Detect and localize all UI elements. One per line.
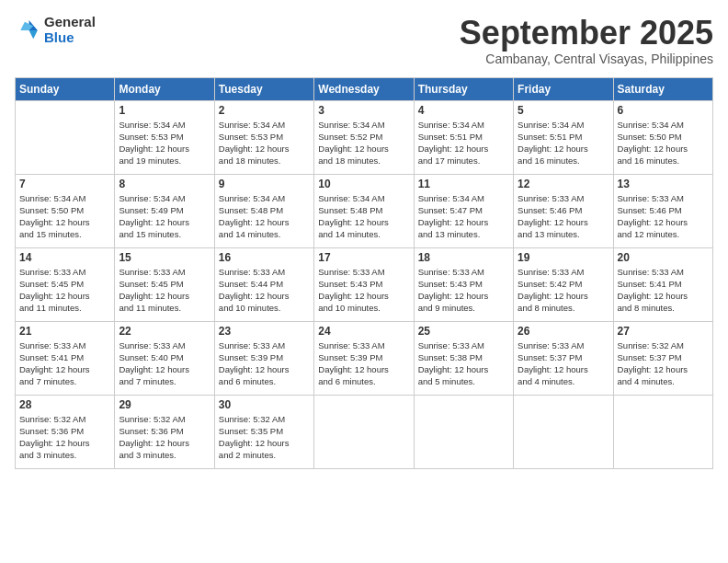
calendar-cell: 29Sunrise: 5:32 AM Sunset: 5:36 PM Dayli… xyxy=(115,395,214,468)
day-info: Sunrise: 5:33 AM Sunset: 5:39 PM Dayligh… xyxy=(318,339,409,388)
calendar-cell: 27Sunrise: 5:32 AM Sunset: 5:37 PM Dayli… xyxy=(613,321,712,395)
weekday-header-thursday: Thursday xyxy=(414,77,513,100)
logo: General Blue xyxy=(15,15,96,45)
day-info: Sunrise: 5:33 AM Sunset: 5:42 PM Dayligh… xyxy=(518,266,609,315)
day-number: 24 xyxy=(318,325,409,338)
day-info: Sunrise: 5:33 AM Sunset: 5:44 PM Dayligh… xyxy=(219,266,310,315)
day-info: Sunrise: 5:34 AM Sunset: 5:52 PM Dayligh… xyxy=(318,119,409,167)
calendar-cell: 14Sunrise: 5:33 AM Sunset: 5:45 PM Dayli… xyxy=(16,247,115,321)
week-row-4: 21Sunrise: 5:33 AM Sunset: 5:41 PM Dayli… xyxy=(16,321,713,395)
day-info: Sunrise: 5:33 AM Sunset: 5:39 PM Dayligh… xyxy=(219,339,310,388)
calendar-cell: 9Sunrise: 5:34 AM Sunset: 5:48 PM Daylig… xyxy=(214,174,313,247)
calendar-cell: 22Sunrise: 5:33 AM Sunset: 5:40 PM Dayli… xyxy=(115,321,214,395)
day-number: 26 xyxy=(518,325,609,338)
calendar-cell: 15Sunrise: 5:33 AM Sunset: 5:45 PM Dayli… xyxy=(115,247,214,321)
logo-icon xyxy=(15,17,40,43)
calendar-cell: 25Sunrise: 5:33 AM Sunset: 5:38 PM Dayli… xyxy=(414,321,513,395)
svg-marker-1 xyxy=(29,30,38,39)
day-info: Sunrise: 5:34 AM Sunset: 5:47 PM Dayligh… xyxy=(418,192,509,241)
calendar-cell: 6Sunrise: 5:34 AM Sunset: 5:50 PM Daylig… xyxy=(613,100,712,174)
day-number: 7 xyxy=(19,178,110,190)
day-info: Sunrise: 5:33 AM Sunset: 5:41 PM Dayligh… xyxy=(618,266,709,315)
location-subtitle: Cambanay, Central Visayas, Philippines xyxy=(460,52,713,66)
calendar-cell: 24Sunrise: 5:33 AM Sunset: 5:39 PM Dayli… xyxy=(314,321,414,395)
weekday-header-saturday: Saturday xyxy=(613,77,712,100)
calendar-cell: 28Sunrise: 5:32 AM Sunset: 5:36 PM Dayli… xyxy=(16,395,115,468)
weekday-header-monday: Monday xyxy=(115,77,214,100)
day-number: 19 xyxy=(518,251,609,264)
day-info: Sunrise: 5:32 AM Sunset: 5:37 PM Dayligh… xyxy=(618,339,709,388)
calendar-cell: 12Sunrise: 5:33 AM Sunset: 5:46 PM Dayli… xyxy=(514,174,613,247)
day-number: 3 xyxy=(318,104,409,117)
calendar-cell: 10Sunrise: 5:34 AM Sunset: 5:48 PM Dayli… xyxy=(314,174,414,247)
day-info: Sunrise: 5:34 AM Sunset: 5:48 PM Dayligh… xyxy=(219,192,310,241)
calendar-cell xyxy=(514,395,613,468)
logo-general-text: General xyxy=(44,15,96,30)
calendar-cell: 16Sunrise: 5:33 AM Sunset: 5:44 PM Dayli… xyxy=(214,247,313,321)
week-row-3: 14Sunrise: 5:33 AM Sunset: 5:45 PM Dayli… xyxy=(16,247,713,321)
weekday-header-wednesday: Wednesday xyxy=(314,77,414,100)
calendar-cell: 26Sunrise: 5:33 AM Sunset: 5:37 PM Dayli… xyxy=(514,321,613,395)
day-number: 30 xyxy=(219,398,310,411)
day-number: 17 xyxy=(318,251,409,264)
day-number: 27 xyxy=(618,325,709,338)
calendar-cell: 4Sunrise: 5:34 AM Sunset: 5:51 PM Daylig… xyxy=(414,100,513,174)
day-info: Sunrise: 5:32 AM Sunset: 5:36 PM Dayligh… xyxy=(119,413,210,462)
day-number: 5 xyxy=(518,104,609,117)
day-number: 18 xyxy=(418,251,509,264)
day-number: 21 xyxy=(19,325,110,338)
weekday-header-sunday: Sunday xyxy=(16,77,115,100)
day-number: 4 xyxy=(418,104,509,117)
day-info: Sunrise: 5:34 AM Sunset: 5:50 PM Dayligh… xyxy=(19,192,110,241)
calendar-cell xyxy=(16,100,115,174)
day-number: 23 xyxy=(219,325,310,338)
month-title: September 2025 xyxy=(460,15,713,52)
day-info: Sunrise: 5:33 AM Sunset: 5:45 PM Dayligh… xyxy=(19,266,110,315)
day-number: 8 xyxy=(119,178,210,190)
calendar-cell: 20Sunrise: 5:33 AM Sunset: 5:41 PM Dayli… xyxy=(613,247,712,321)
calendar-cell xyxy=(613,395,712,468)
day-info: Sunrise: 5:33 AM Sunset: 5:46 PM Dayligh… xyxy=(618,192,709,241)
day-number: 11 xyxy=(418,178,509,190)
calendar-cell: 23Sunrise: 5:33 AM Sunset: 5:39 PM Dayli… xyxy=(214,321,313,395)
day-info: Sunrise: 5:33 AM Sunset: 5:45 PM Dayligh… xyxy=(119,266,210,315)
day-info: Sunrise: 5:32 AM Sunset: 5:36 PM Dayligh… xyxy=(19,413,110,462)
calendar-cell: 17Sunrise: 5:33 AM Sunset: 5:43 PM Dayli… xyxy=(314,247,414,321)
week-row-5: 28Sunrise: 5:32 AM Sunset: 5:36 PM Dayli… xyxy=(16,395,713,468)
day-number: 22 xyxy=(119,325,210,338)
calendar-cell: 2Sunrise: 5:34 AM Sunset: 5:53 PM Daylig… xyxy=(214,100,313,174)
day-info: Sunrise: 5:33 AM Sunset: 5:37 PM Dayligh… xyxy=(518,339,609,388)
day-info: Sunrise: 5:32 AM Sunset: 5:35 PM Dayligh… xyxy=(219,413,310,462)
day-number: 25 xyxy=(418,325,509,338)
day-number: 29 xyxy=(119,398,210,411)
day-info: Sunrise: 5:33 AM Sunset: 5:46 PM Dayligh… xyxy=(518,192,609,241)
day-info: Sunrise: 5:34 AM Sunset: 5:53 PM Dayligh… xyxy=(219,119,310,167)
calendar-cell: 5Sunrise: 5:34 AM Sunset: 5:51 PM Daylig… xyxy=(514,100,613,174)
day-info: Sunrise: 5:33 AM Sunset: 5:38 PM Dayligh… xyxy=(418,339,509,388)
weekday-header-friday: Friday xyxy=(514,77,613,100)
calendar-cell: 3Sunrise: 5:34 AM Sunset: 5:52 PM Daylig… xyxy=(314,100,414,174)
day-info: Sunrise: 5:34 AM Sunset: 5:53 PM Dayligh… xyxy=(119,119,210,167)
day-info: Sunrise: 5:34 AM Sunset: 5:48 PM Dayligh… xyxy=(318,192,409,241)
calendar-cell: 7Sunrise: 5:34 AM Sunset: 5:50 PM Daylig… xyxy=(16,174,115,247)
day-info: Sunrise: 5:33 AM Sunset: 5:43 PM Dayligh… xyxy=(418,266,509,315)
day-info: Sunrise: 5:34 AM Sunset: 5:51 PM Dayligh… xyxy=(418,119,509,167)
day-number: 15 xyxy=(119,251,210,264)
calendar-cell xyxy=(314,395,414,468)
calendar-cell: 8Sunrise: 5:34 AM Sunset: 5:49 PM Daylig… xyxy=(115,174,214,247)
week-row-2: 7Sunrise: 5:34 AM Sunset: 5:50 PM Daylig… xyxy=(16,174,713,247)
day-number: 14 xyxy=(19,251,110,264)
calendar-cell: 13Sunrise: 5:33 AM Sunset: 5:46 PM Dayli… xyxy=(613,174,712,247)
day-number: 13 xyxy=(618,178,709,190)
day-number: 10 xyxy=(318,178,409,190)
day-number: 9 xyxy=(219,178,310,190)
calendar-cell: 1Sunrise: 5:34 AM Sunset: 5:53 PM Daylig… xyxy=(115,100,214,174)
week-row-1: 1Sunrise: 5:34 AM Sunset: 5:53 PM Daylig… xyxy=(16,100,713,174)
day-info: Sunrise: 5:34 AM Sunset: 5:50 PM Dayligh… xyxy=(618,119,709,167)
calendar-cell: 21Sunrise: 5:33 AM Sunset: 5:41 PM Dayli… xyxy=(16,321,115,395)
calendar-cell: 19Sunrise: 5:33 AM Sunset: 5:42 PM Dayli… xyxy=(514,247,613,321)
logo-blue-text: Blue xyxy=(44,30,96,46)
day-number: 20 xyxy=(618,251,709,264)
day-number: 6 xyxy=(618,104,709,117)
calendar-cell xyxy=(414,395,513,468)
